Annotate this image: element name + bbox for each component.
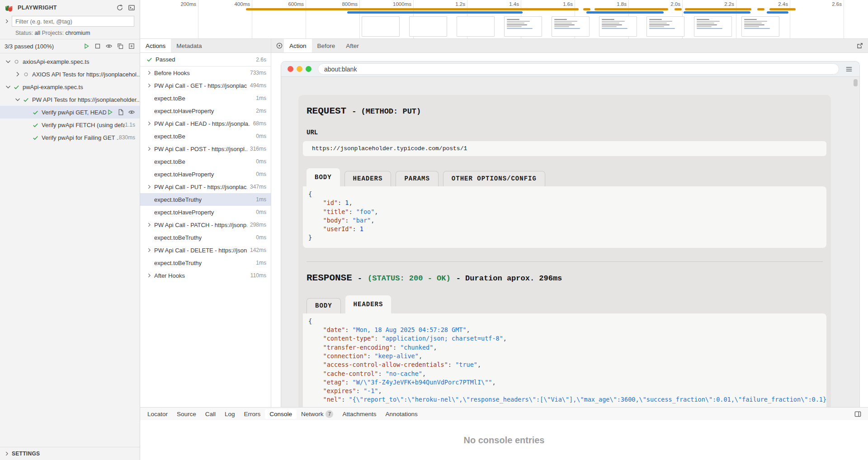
chevron-down-icon[interactable]	[5, 83, 12, 90]
tab-actions[interactable]: Actions	[140, 39, 171, 52]
minimize-dot-icon	[297, 66, 302, 72]
trace-timeline-strip[interactable]: 200ms400ms600ms800ms1000ms1.2s1.4s1.6s1.…	[140, 0, 868, 39]
address-bar[interactable]: about:blank	[318, 63, 839, 75]
chevron-right-icon[interactable]	[14, 71, 21, 78]
chevron-right-icon[interactable]	[146, 82, 152, 89]
maximize-dot-icon	[306, 66, 311, 72]
response-tab-body[interactable]: BODY	[307, 298, 341, 313]
tree-item-4[interactable]: Verify pwApi GET, HEAD, ...	[0, 106, 140, 119]
timeline-gridline	[790, 0, 790, 38]
playwright-ui-mode: PLAYWRIGHT Status: all Projects: chromiu…	[0, 0, 868, 460]
pick-locator-icon[interactable]	[276, 42, 283, 49]
tree-item-3[interactable]: PW API Tests for https://jsonplaceholder…	[0, 93, 140, 106]
json-line: "id": 1,	[308, 199, 820, 207]
toggle-panel-layout-icon[interactable]	[854, 410, 862, 418]
bottom-tab-network[interactable]: Network7	[297, 409, 338, 419]
timeline-action-bar	[685, 8, 751, 10]
bottom-tab-console[interactable]: Console	[265, 409, 297, 419]
chevron-right-icon[interactable]	[146, 184, 152, 190]
action-list: Before Hooks733msPW Api Call - GET - htt…	[140, 66, 271, 282]
run-all-icon[interactable]	[83, 43, 90, 50]
timeline-tick-label: 1.2s	[427, 1, 465, 8]
chevron-right-icon[interactable]	[146, 120, 152, 127]
action-item-6[interactable]: PW Api Call - POST - https://jsonpl...31…	[140, 142, 271, 155]
action-item-3[interactable]: expect.toHaveProperty2ms	[140, 104, 271, 117]
chevron-right-icon[interactable]	[146, 272, 152, 279]
tree-item-0[interactable]: axiosApi-example.spec.ts	[0, 55, 140, 68]
thumbnail-sketch-line	[554, 23, 572, 24]
tab-after[interactable]: After	[340, 39, 364, 52]
settings-section[interactable]: SETTINGS	[0, 447, 140, 460]
bottom-tab-errors[interactable]: Errors	[240, 409, 265, 419]
action-item-9[interactable]: PW Api Call - PUT - https://jsonplac...3…	[140, 180, 271, 193]
snapshot-page: REQUEST - (METHOD: PUT) URL https://json…	[281, 77, 859, 407]
tree-item-label: axiosApi-example.spec.ts	[23, 58, 140, 65]
chevron-right-icon[interactable]	[146, 247, 152, 253]
watch-test-icon[interactable]	[128, 109, 135, 116]
action-item-16[interactable]: After Hooks110ms	[140, 269, 271, 282]
chevron-down-icon[interactable]	[5, 58, 12, 65]
bottom-tab-source[interactable]: Source	[172, 409, 201, 419]
tree-item-5[interactable]: Verify pwApi FETCH (using defau...1.1s	[0, 119, 140, 131]
action-item-7[interactable]: expect.toBe0ms	[140, 155, 271, 168]
chevron-down-icon[interactable]	[14, 96, 21, 103]
run-test-icon[interactable]	[106, 109, 113, 116]
chevron-right-icon[interactable]	[146, 222, 152, 228]
timeline-network-bar	[586, 11, 664, 14]
filter-input[interactable]	[12, 16, 134, 27]
action-item-8[interactable]: expect.toHaveProperty0ms	[140, 168, 271, 180]
action-item-4[interactable]: PW Api Call - HEAD - https://jsonpla...6…	[140, 117, 271, 130]
timeline-tick-label: 600ms	[266, 1, 304, 8]
chevron-right-icon[interactable]	[146, 70, 152, 76]
terminal-icon[interactable]	[128, 4, 135, 11]
action-item-13[interactable]: expect.toBeTruthy0ms	[140, 231, 271, 244]
filter-expand-chevron-icon[interactable]	[4, 18, 10, 24]
action-item-14[interactable]: PW Api Call - DELETE - https://json...14…	[140, 244, 271, 256]
request-tab-headers[interactable]: HEADERS	[344, 171, 392, 186]
bottom-tab-call[interactable]: Call	[201, 409, 220, 419]
action-item-5[interactable]: expect.toBe0ms	[140, 130, 271, 142]
tab-metadata[interactable]: Metadata	[171, 39, 207, 52]
open-external-icon[interactable]	[856, 42, 863, 49]
tree-item-label: Verify pwApi for Failing GET ...	[42, 134, 119, 141]
action-item-12[interactable]: PW Api Call - PATCH - https://jsonp...29…	[140, 218, 271, 231]
request-tab-other-options-config[interactable]: OTHER OPTIONS/CONFIG	[443, 171, 545, 186]
page-scrollbar-thumb[interactable]	[854, 79, 858, 86]
stop-icon[interactable]	[94, 43, 101, 50]
tree-item-6[interactable]: Verify pwApi for Failing GET ...830ms	[0, 131, 140, 144]
tab-action[interactable]: Action	[284, 39, 312, 52]
action-item-0[interactable]: Before Hooks733ms	[140, 66, 271, 79]
settings-label: SETTINGS	[12, 451, 40, 457]
bottom-tab-annotations[interactable]: Annotations	[381, 409, 422, 419]
watch-all-icon[interactable]	[105, 43, 113, 50]
thumbnail-sketch-line	[507, 24, 527, 25]
action-item-10[interactable]: expect.toBeTruthy1ms	[140, 193, 271, 206]
reveal-in-explorer-icon[interactable]	[128, 43, 135, 50]
request-tab-body[interactable]: BODY	[307, 168, 340, 186]
menu-icon[interactable]	[845, 65, 853, 73]
timeline-action-bar	[757, 8, 764, 10]
response-tab-headers[interactable]: HEADERS	[345, 295, 392, 313]
show-source-icon[interactable]	[117, 109, 124, 116]
tree-item-2[interactable]: pwApi-example.spec.ts	[0, 81, 140, 93]
request-tabs: BODYHEADERSPARAMSOTHER OPTIONS/CONFIG	[307, 168, 826, 186]
action-item-15[interactable]: expect.toBeTruthy1ms	[140, 256, 271, 269]
status-value[interactable]: all	[34, 30, 40, 36]
action-item-1[interactable]: PW Api Call - GET - https://jsonplac...4…	[140, 79, 271, 92]
bottom-tab-attachments[interactable]: Attachments	[338, 409, 381, 419]
thumbnail-sketch-line	[744, 21, 767, 22]
bottom-tab-locator[interactable]: Locator	[143, 409, 172, 419]
tree-item-1[interactable]: AXIOS API Tests for https://jsonplacehol…	[0, 68, 140, 81]
thumbnail-sketch-line	[507, 28, 533, 29]
action-item-label: After Hooks	[154, 272, 248, 279]
chevron-right-icon[interactable]	[146, 146, 152, 152]
collapse-all-icon[interactable]	[117, 43, 124, 50]
refresh-icon[interactable]	[116, 4, 123, 11]
request-tab-params[interactable]: PARAMS	[396, 171, 438, 186]
bottom-tab-log[interactable]: Log	[220, 409, 240, 419]
tab-before[interactable]: Before	[312, 39, 341, 52]
action-item-11[interactable]: expect.toHaveProperty0ms	[140, 206, 271, 218]
action-item-2[interactable]: expect.toBe1ms	[140, 92, 271, 104]
projects-value[interactable]: chromium	[66, 30, 90, 36]
request-method-text: - (METHOD: PUT)	[352, 107, 421, 116]
